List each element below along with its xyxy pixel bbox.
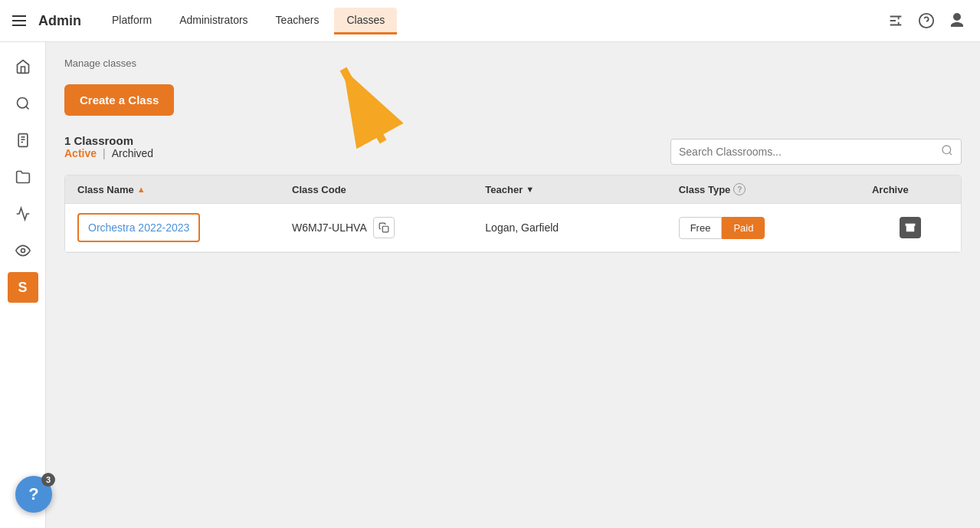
nav-right	[885, 10, 968, 31]
sidebar-report[interactable]	[8, 198, 38, 229]
sidebar-folder[interactable]	[8, 162, 38, 192]
header-class-code: Class Code	[292, 183, 485, 195]
teacher-sort-icon: ▼	[526, 185, 534, 194]
svg-line-2	[25, 107, 28, 110]
tabs: Active | Archived	[64, 147, 153, 159]
teacher-cell: Logan, Garfield	[485, 221, 678, 234]
header-teacher[interactable]: Teacher ▼	[485, 183, 678, 195]
type-free-button[interactable]: Free	[679, 217, 723, 239]
arrow-annotation	[46, 42, 980, 528]
tab-active[interactable]: Active	[64, 147, 97, 159]
class-type-help-icon[interactable]: ?	[733, 183, 746, 195]
nav-teachers[interactable]: Teachers	[264, 8, 332, 34]
tab-separator: |	[103, 147, 106, 159]
tab-archived[interactable]: Archived	[112, 147, 153, 159]
top-nav: Admin Platform Administrators Teachers C…	[0, 0, 980, 42]
header-class-name: Class Name ▲	[77, 183, 292, 195]
sidebar-home[interactable]	[8, 51, 38, 82]
nav-links: Platform Administrators Teachers Classes	[100, 8, 885, 34]
header-class-type: Class Type ?	[679, 183, 872, 195]
class-code-text: W6MJ7-ULHVA	[292, 221, 367, 234]
svg-rect-12	[382, 226, 388, 232]
search-icon	[941, 144, 953, 159]
archive-button[interactable]	[900, 217, 921, 238]
class-name-highlighted: Orchestra 2022-2023	[77, 213, 200, 242]
classrooms-header: 1 Classroom Active | Archived	[64, 134, 962, 169]
type-paid-button[interactable]: Paid	[722, 217, 765, 239]
nav-classes[interactable]: Classes	[334, 8, 397, 34]
sidebar-eye[interactable]	[8, 235, 38, 266]
archive-cell	[872, 217, 949, 238]
create-class-button[interactable]: Create a Class	[64, 84, 174, 116]
help-fab[interactable]: ? 3	[15, 476, 52, 513]
sidebar: S	[0, 42, 46, 528]
svg-point-7	[21, 249, 25, 253]
classrooms-count: 1 Classroom	[64, 134, 153, 147]
table-header: Class Name ▲ Class Code Teacher ▼ Class …	[65, 175, 961, 204]
class-name-link[interactable]: Orchestra 2022-2023	[88, 221, 189, 234]
svg-line-11	[949, 152, 952, 155]
copy-code-button[interactable]	[373, 217, 395, 238]
brand-label: Admin	[38, 13, 81, 29]
help-fab-label: ?	[28, 484, 38, 504]
class-code-cell: W6MJ7-ULHVA	[292, 217, 485, 238]
app-layout: S Manage classes Create a Class 1 Classr…	[0, 42, 980, 528]
breadcrumb: Manage classes	[64, 57, 962, 69]
main-content: Manage classes Create a Class 1 Classroo…	[46, 42, 980, 528]
sidebar-skolera[interactable]: S	[8, 272, 38, 303]
sort-arrow-up[interactable]: ▲	[137, 185, 146, 194]
classrooms-count-section: 1 Classroom Active | Archived	[64, 134, 153, 169]
header-archive: Archive	[872, 183, 949, 195]
svg-point-1	[17, 98, 27, 108]
help-badge: 3	[41, 473, 55, 487]
nav-platform[interactable]: Platform	[100, 8, 164, 34]
class-type-cell: Free Paid	[679, 217, 872, 239]
help-circle-icon[interactable]	[916, 10, 937, 31]
classrooms-table: Class Name ▲ Class Code Teacher ▼ Class …	[64, 175, 962, 253]
search-input[interactable]	[679, 146, 941, 158]
nav-administrators[interactable]: Administrators	[167, 8, 260, 34]
hamburger-menu[interactable]	[12, 15, 26, 26]
svg-line-9	[343, 69, 383, 142]
user-avatar[interactable]	[946, 10, 968, 31]
tuning-icon[interactable]	[885, 10, 906, 31]
sidebar-assignment[interactable]	[8, 125, 38, 156]
class-name-cell: Orchestra 2022-2023	[77, 213, 292, 242]
sidebar-search[interactable]	[8, 88, 38, 119]
search-box	[670, 139, 962, 165]
table-row: Orchestra 2022-2023 W6MJ7-ULHVA Logan, G…	[65, 204, 961, 252]
svg-point-10	[942, 146, 951, 154]
